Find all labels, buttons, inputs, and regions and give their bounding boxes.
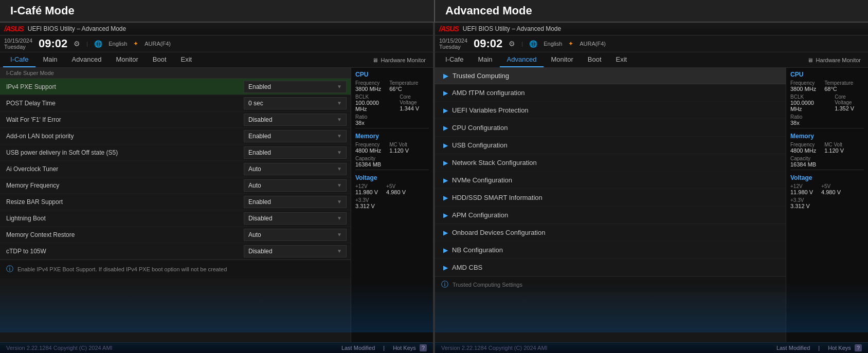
left-mc-volt-label: MC Volt: [389, 142, 409, 147]
right-bclk-label: BCLK: [790, 94, 826, 100]
right-divider-2: [790, 170, 864, 170]
setting-row-usb-power[interactable]: USB power delivery in Soft Off state (S5…: [0, 144, 351, 161]
left-bottom-buttons: Last Modified | Hot Keys ?: [341, 345, 427, 351]
setting-row-ctdp[interactable]: cTDP to 105W Disabled ▼: [0, 243, 351, 259]
setting-value-ai-oc[interactable]: Auto ▼: [244, 163, 347, 175]
right-tab-monitor[interactable]: Monitor: [544, 52, 580, 67]
right-hw-monitor-label: Hardware Monitor: [816, 57, 861, 63]
right-time: 09:02: [474, 37, 502, 50]
right-gear-icon[interactable]: ⚙: [509, 40, 515, 48]
setting-value-post-delay[interactable]: 0 sec ▼: [244, 97, 347, 109]
left-tab-icafe[interactable]: I-Cafe: [3, 52, 35, 67]
setting-row-ipv4[interactable]: IPv4 PXE Support Enabled ▼: [0, 79, 351, 95]
left-bios-header: /ASUS UEFI BIOS Utility – Advanced Mode: [0, 23, 433, 35]
advanced-mode-label: Advanced Mode: [434, 0, 868, 23]
right-v12-v5: +12V 11.980 V +5V 4.980 V: [786, 182, 868, 196]
left-v12-value: 11.980 V: [355, 189, 378, 195]
left-tab-advanced[interactable]: Advanced: [65, 52, 109, 67]
setting-value-bar[interactable]: Enabled ▼: [244, 196, 347, 208]
right-tab-exit[interactable]: Exit: [609, 52, 635, 67]
right-bottom-bar: Version 2.22.1284 Copyright (C) 2024 AMI…: [435, 342, 868, 353]
right-aura[interactable]: AURA(F4): [580, 41, 606, 47]
right-mem-cap-label: Capacity: [790, 156, 864, 161]
right-menu-item-apm[interactable]: ▶ APM Configuration: [435, 207, 786, 224]
right-trusted-bar[interactable]: ▶ Trusted Computing: [435, 68, 786, 84]
right-aura-icon: ✦: [568, 40, 573, 47]
left-hw-monitor-tab[interactable]: 🖥 Hardware Monitor: [368, 57, 430, 63]
right-hot-keys[interactable]: Hot Keys ?: [828, 345, 862, 351]
setting-value-lan[interactable]: Enabled ▼: [244, 130, 347, 142]
setting-row-mem-ctx[interactable]: Memory Context Restore Auto ▼: [0, 227, 351, 243]
left-bios-content: /ASUS UEFI BIOS Utility – Advanced Mode …: [0, 23, 433, 353]
setting-value-usb-power[interactable]: Enabled ▼: [244, 146, 347, 159]
right-last-modified[interactable]: Last Modified: [776, 345, 810, 351]
setting-value-ctdp[interactable]: Disabled ▼: [244, 245, 347, 257]
setting-row-f1-error[interactable]: Wait For 'F1' If Error Disabled ▼: [0, 112, 351, 128]
dropdown-arrow-bar: ▼: [337, 199, 342, 205]
left-gear-icon[interactable]: ⚙: [74, 40, 80, 48]
left-v5: +5V 4.980 V: [386, 183, 406, 195]
right-arrow-usb: ▶: [443, 142, 448, 149]
setting-row-lightning[interactable]: Lightning Boot Disabled ▼: [0, 210, 351, 227]
left-tab-monitor[interactable]: Monitor: [109, 52, 145, 67]
setting-value-mem-freq[interactable]: Auto ▼: [244, 179, 347, 192]
right-menu-item-nb[interactable]: ▶ NB Configuration: [435, 241, 786, 259]
right-language[interactable]: English: [544, 41, 562, 47]
right-tab-boot[interactable]: Boot: [581, 52, 609, 67]
right-core-volt-value: 1.352 V: [835, 105, 864, 112]
setting-row-mem-freq[interactable]: Memory Frequency Auto ▼: [0, 177, 351, 194]
right-menu-item-network[interactable]: ▶ Network Stack Configuration: [435, 154, 786, 172]
right-bottom-buttons: Last Modified | Hot Keys ?: [776, 345, 862, 351]
setting-row-bar[interactable]: Resize BAR Support Enabled ▼: [0, 194, 351, 210]
icafe-mode-text: I-Café Mode: [10, 4, 75, 17]
left-version: Version 2.22.1284 Copyright (C) 2024 AMI: [6, 345, 113, 351]
right-ratio-label: Ratio: [790, 114, 864, 120]
setting-value-ipv4[interactable]: Enabled ▼: [244, 81, 347, 93]
right-menu-item-usb[interactable]: ▶ USB Configuration: [435, 137, 786, 154]
left-tab-main[interactable]: Main: [35, 52, 64, 67]
right-mem-cap-value: 16384 MB: [790, 161, 864, 168]
mode-labels-bar: I-Café Mode Advanced Mode: [0, 0, 868, 23]
right-hw-monitor-tab[interactable]: 🖥 Hardware Monitor: [803, 57, 865, 63]
dropdown-arrow-lan: ▼: [337, 133, 342, 139]
panels-container: /ASUS UEFI BIOS Utility – Advanced Mode …: [0, 23, 868, 353]
right-cpu-temp: Temperature 68°C: [824, 80, 853, 92]
right-date: 10/15/2024 Tuesday: [439, 38, 467, 50]
setting-value-lightning[interactable]: Disabled ▼: [244, 212, 347, 225]
right-menu-item-uefi-vars[interactable]: ▶ UEFI Variables Protection: [435, 102, 786, 119]
left-section-header: I-Cafe Super Mode: [0, 68, 351, 79]
right-tab-icafe[interactable]: I-Cafe: [438, 52, 471, 67]
left-mem-freq-mc: Frequency 4800 MHz MC Volt 1.120 V: [351, 141, 433, 155]
dropdown-arrow-mem-ctx: ▼: [337, 232, 342, 237]
left-hot-keys[interactable]: Hot Keys ?: [393, 345, 427, 351]
right-menu-item-cpu-cfg[interactable]: ▶ CPU Configuration: [435, 119, 786, 137]
left-asus-logo: /ASUS: [4, 25, 24, 33]
right-version: Version 2.22.1284 Copyright (C) 2024 AMI: [441, 345, 548, 351]
right-v12-label: +12V: [790, 183, 813, 189]
right-tab-main[interactable]: Main: [471, 52, 499, 67]
right-cpu-freq-label: Frequency: [790, 80, 816, 86]
right-asus-logo: /ASUS: [439, 25, 459, 33]
left-mc-volt-value: 1.120 V: [389, 147, 409, 154]
right-tab-advanced[interactable]: Advanced: [500, 52, 544, 67]
left-aura[interactable]: AURA(F4): [144, 41, 171, 47]
right-arrow-amd-cbs: ▶: [443, 264, 448, 271]
left-cpu-freq-temp: Frequency 3800 MHz Temperature 66°C: [351, 79, 433, 93]
left-tab-boot[interactable]: Boot: [146, 52, 174, 67]
left-language[interactable]: English: [109, 41, 127, 47]
right-mc-volt-label: MC Volt: [824, 142, 844, 147]
left-last-modified[interactable]: Last Modified: [341, 345, 375, 351]
right-menu-item-ftpm[interactable]: ▶ AMD fTPM configuration: [435, 84, 786, 102]
setting-value-f1[interactable]: Disabled ▼: [244, 114, 347, 126]
setting-row-lan-boot[interactable]: Add-on LAN boot priority Enabled ▼: [0, 128, 351, 144]
setting-value-mem-ctx[interactable]: Auto ▼: [244, 229, 347, 241]
right-menu-item-onboard[interactable]: ▶ Onboard Devices Configuration: [435, 224, 786, 241]
setting-row-post-delay[interactable]: POST Delay Time 0 sec ▼: [0, 95, 351, 112]
setting-row-ai-oc[interactable]: Ai Overclock Tuner Auto ▼: [0, 161, 351, 177]
right-menu-item-hdd[interactable]: ▶ HDD/SSD SMART Information: [435, 189, 786, 207]
left-tab-exit[interactable]: Exit: [174, 52, 200, 67]
left-cpu-freq-value: 3800 MHz: [355, 86, 381, 92]
right-menu-item-nvme[interactable]: ▶ NVMe Configuration: [435, 172, 786, 189]
left-bios-panel: /ASUS UEFI BIOS Utility – Advanced Mode …: [0, 23, 434, 353]
left-core-volt-value: 1.344 V: [400, 105, 429, 112]
